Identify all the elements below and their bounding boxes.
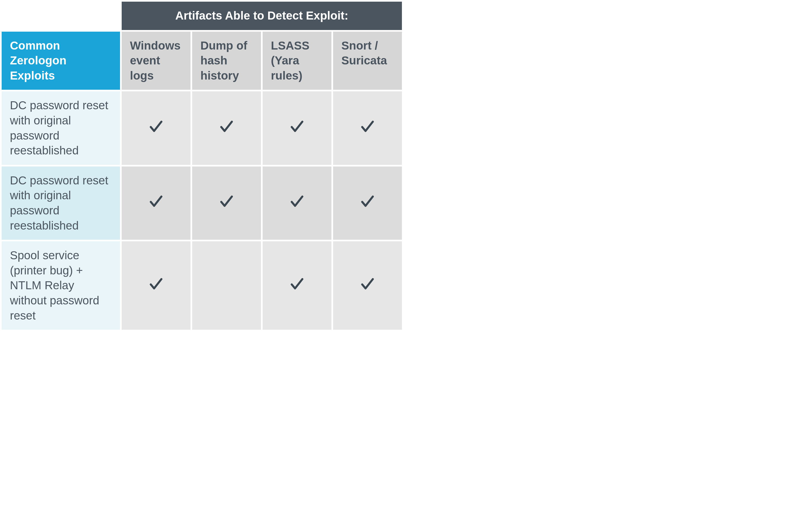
check-icon xyxy=(289,118,305,134)
row-label-2: Spool service (printer bug) + NTLM Relay… xyxy=(2,241,120,330)
detection-matrix-table: Artifacts Able to Detect Exploit: Common… xyxy=(0,0,404,331)
cell-0-0 xyxy=(122,91,190,165)
column-header-row: Common Zerologon Exploits Windows event … xyxy=(2,32,402,90)
check-icon xyxy=(148,193,164,209)
banner-title: Artifacts Able to Detect Exploit: xyxy=(122,2,402,30)
row-label-1: DC password reset with original password… xyxy=(2,167,120,240)
check-icon xyxy=(219,118,235,134)
cell-0-3 xyxy=(333,91,402,165)
cell-2-1 xyxy=(192,241,261,330)
cell-1-3 xyxy=(333,167,402,240)
banner-row: Artifacts Able to Detect Exploit: xyxy=(2,2,402,30)
table-row: DC password reset with original password… xyxy=(2,167,402,240)
col-header-1: Dump of hash history xyxy=(192,32,261,90)
table-row: Spool service (printer bug) + NTLM Relay… xyxy=(2,241,402,330)
check-icon xyxy=(289,193,305,209)
check-icon xyxy=(219,193,235,209)
table-row: DC password reset with original password… xyxy=(2,91,402,165)
cell-0-1 xyxy=(192,91,261,165)
corner-blank xyxy=(2,2,120,30)
col-header-3: Snort / Suricata xyxy=(333,32,402,90)
check-icon xyxy=(359,193,375,209)
cell-2-2 xyxy=(263,241,332,330)
check-icon xyxy=(148,118,164,134)
check-icon xyxy=(359,276,375,292)
cell-1-2 xyxy=(263,167,332,240)
row-header-title: Common Zerologon Exploits xyxy=(2,32,120,90)
cell-1-0 xyxy=(122,167,190,240)
cell-0-2 xyxy=(263,91,332,165)
cell-2-0 xyxy=(122,241,190,330)
cell-1-1 xyxy=(192,167,261,240)
check-icon xyxy=(289,276,305,292)
col-header-0: Windows event logs xyxy=(122,32,190,90)
check-icon xyxy=(148,276,164,292)
cell-2-3 xyxy=(333,241,402,330)
row-label-0: DC password reset with original password… xyxy=(2,91,120,165)
col-header-2: LSASS (Yara rules) xyxy=(263,32,332,90)
check-icon xyxy=(359,118,375,134)
